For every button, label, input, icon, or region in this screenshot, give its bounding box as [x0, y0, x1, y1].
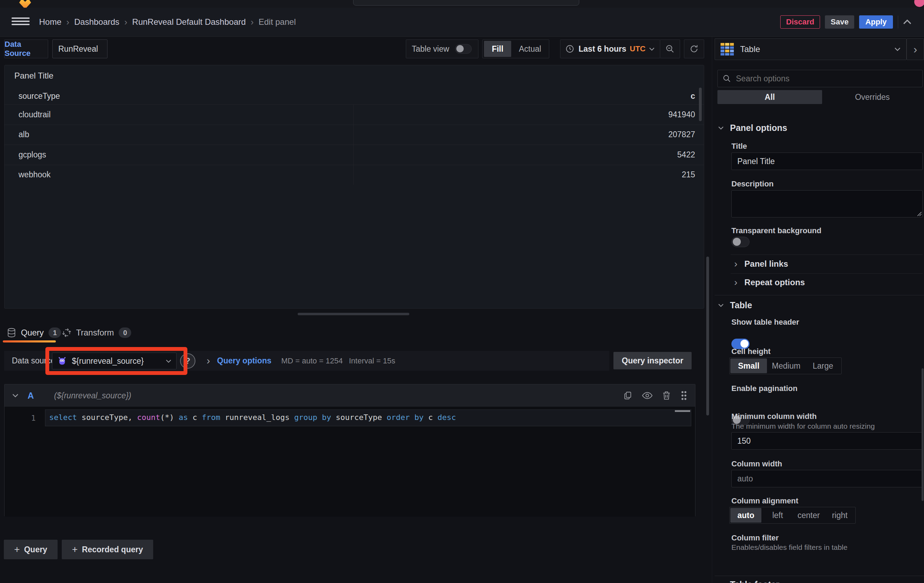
save-label: Save — [830, 17, 848, 26]
options-filter-tabs: All Overrides — [718, 90, 922, 104]
main-scrollbar-thumb[interactable] — [706, 257, 709, 415]
drag-handle-icon[interactable] — [680, 391, 687, 400]
textarea-resize-handle[interactable] — [917, 211, 922, 216]
table-scrollbar-thumb[interactable] — [699, 88, 702, 121]
min-column-width-input[interactable] — [731, 432, 922, 450]
table-options-header[interactable]: Table — [718, 300, 752, 310]
apply-button[interactable]: Apply — [859, 15, 893, 29]
description-textarea[interactable] — [731, 190, 922, 218]
pane-resize-handle[interactable] — [298, 313, 409, 315]
transform-tab[interactable]: Transform 0 — [62, 324, 131, 342]
transparent-background-label: Transparent background — [731, 226, 822, 235]
actual-option[interactable]: Actual — [511, 45, 549, 54]
sql-code-editor[interactable]: 1 select sourceType, count(*) as c from … — [5, 407, 695, 517]
panel-preview: Panel Title sourceType c cloudtrail94194… — [4, 65, 704, 309]
editor-overview-marker — [675, 410, 690, 412]
panel-options-header[interactable]: Panel options — [718, 123, 787, 133]
option-large[interactable]: Large — [805, 358, 841, 374]
breadcrumb-separator: › — [251, 17, 254, 28]
panel-title-input[interactable] — [731, 152, 922, 170]
sidebar-collapse-button[interactable]: › — [907, 38, 924, 60]
table-row: cloudtrail941940 — [5, 104, 704, 125]
table-view-toggle[interactable] — [455, 44, 472, 54]
table-row: webhook215 — [5, 165, 704, 185]
add-recorded-query-button[interactable]: + Recorded query — [62, 540, 153, 559]
add-query-label: Query — [24, 545, 47, 554]
transparent-background-toggle[interactable] — [731, 237, 749, 247]
save-button[interactable]: Save — [825, 15, 854, 29]
breadcrumb-item[interactable]: Home — [39, 17, 61, 27]
collapse-chevron-icon[interactable] — [12, 394, 18, 397]
filter-tab-all[interactable]: All — [718, 90, 822, 104]
table-footer-header[interactable]: Table footer — [718, 580, 779, 583]
option-left[interactable]: left — [762, 507, 793, 523]
chevron-down-icon — [649, 48, 655, 51]
repeat-options-header[interactable]: › Repeat options — [734, 277, 805, 288]
option-center[interactable]: center — [793, 507, 824, 523]
hamburger-menu-icon[interactable] — [12, 17, 30, 25]
browser-omnibox-partial[interactable] — [353, 0, 579, 6]
column-header-c[interactable]: c — [691, 91, 704, 101]
zoom-out-button[interactable] — [660, 40, 680, 58]
breadcrumb-separator: › — [66, 17, 69, 28]
line-number: 1 — [31, 414, 36, 423]
column-header-sourcetype[interactable]: sourceType — [5, 91, 60, 101]
table-viz-icon — [721, 43, 734, 56]
chevron-down-icon — [718, 304, 724, 307]
max-data-points-text: MD = auto = 1254 — [281, 357, 343, 365]
sidebar-scrollbar-thumb[interactable] — [922, 368, 924, 501]
sidebar-left-divider — [712, 37, 712, 583]
breadcrumb-item: Edit panel — [259, 17, 296, 27]
interval-text: Interval = 15s — [349, 357, 395, 365]
add-query-button[interactable]: + Query — [4, 540, 58, 559]
min-column-width-desc: The minimum width for column auto resizi… — [731, 422, 875, 431]
panel-links-header[interactable]: › Panel links — [734, 258, 788, 269]
column-width-input[interactable] — [731, 470, 922, 487]
duplicate-query-icon[interactable] — [623, 391, 632, 400]
sql-line: select sourceType, count(*) as c from ru… — [49, 413, 456, 422]
panel-options-heading: Panel options — [730, 123, 787, 133]
grafana-edit-panel: Home›Dashboards›RunReveal Default Dashbo… — [0, 0, 924, 583]
query-inspector-button[interactable]: Query inspector — [614, 352, 691, 369]
cell-count: 5422 — [677, 150, 704, 160]
option-right[interactable]: right — [824, 507, 855, 523]
query-tab[interactable]: Query 1 — [7, 324, 61, 342]
column-alignment-group: autoleftcenterright — [729, 507, 856, 524]
visualization-name: Table — [740, 45, 760, 54]
cell-sourcetype: gcplogs — [5, 150, 46, 160]
refresh-button[interactable] — [684, 40, 704, 58]
data-source-nav-button[interactable]: Data Source — [4, 40, 48, 58]
sql-token: as — [179, 413, 193, 422]
database-icon — [7, 328, 16, 338]
query-row-header: A (${runreveal_source}) — [5, 384, 695, 407]
sql-token: c — [193, 413, 202, 422]
breadcrumb-item[interactable]: RunReveal Default Dashboard — [132, 17, 246, 27]
chevron-right-icon: › — [734, 258, 737, 269]
table-header-row: sourceType c — [5, 88, 704, 104]
refresh-icon — [690, 45, 699, 53]
table-view-label: Table view — [412, 45, 449, 54]
visualization-picker[interactable]: Table — [714, 38, 907, 60]
hide-query-icon[interactable] — [642, 392, 653, 400]
search-icon — [723, 74, 731, 83]
query-options-link[interactable]: Query options — [217, 356, 271, 365]
fill-option[interactable]: Fill — [484, 41, 511, 57]
filter-tab-overrides[interactable]: Overrides — [822, 90, 922, 104]
time-range-picker[interactable]: Last 6 hours UTC — [560, 40, 660, 58]
cell-count: 941940 — [668, 110, 704, 119]
query-ref-id[interactable]: A — [28, 391, 34, 401]
option-auto[interactable]: auto — [730, 508, 761, 523]
discard-button[interactable]: Discard — [780, 15, 820, 29]
fill-actual-group: Fill Actual — [482, 40, 549, 58]
datasource-picker-dropdown[interactable]: RunReveal — [52, 40, 107, 58]
query-options-chevron-icon[interactable]: › — [206, 355, 210, 367]
option-medium[interactable]: Medium — [768, 358, 804, 374]
delete-query-icon[interactable] — [662, 391, 671, 400]
breadcrumb-item[interactable]: Dashboards — [74, 17, 119, 27]
option-small[interactable]: Small — [730, 358, 767, 373]
cell-count: 215 — [682, 170, 704, 180]
navbar: Home›Dashboards›RunReveal Default Dashbo… — [0, 8, 924, 37]
table-row: gcplogs5422 — [5, 145, 704, 165]
chevron-up-icon[interactable] — [903, 20, 911, 25]
search-options-input[interactable] — [735, 74, 917, 84]
